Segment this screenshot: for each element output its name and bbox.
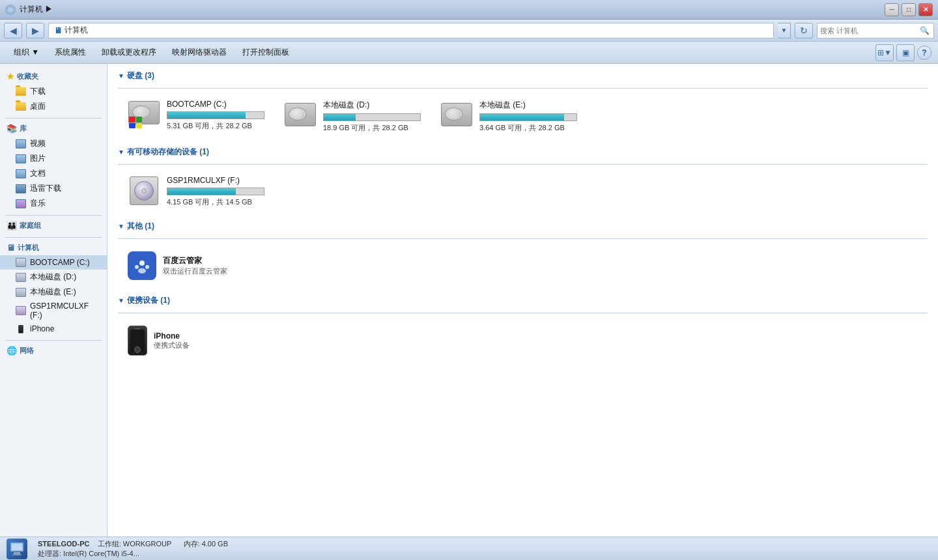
other-items: 百度云管家 双击运行百度云管家 [118, 247, 928, 285]
status-bar: STEELGOD-PC 工作组: WORKGROUP 内存: 4.00 GB 处… [0, 537, 938, 560]
status-computer-name: STEELGOD-PC 工作组: WORKGROUP 内存: 4.00 GB [38, 539, 228, 549]
computer-nav-icon: 🖥 [7, 243, 15, 253]
portable-triangle: ▼ [118, 297, 124, 304]
sidebar-item-videos[interactable]: 视频 [0, 136, 107, 151]
minimize-button[interactable]: ─ [885, 3, 899, 16]
other-title: 其他 (1) [127, 221, 154, 232]
search-icon[interactable]: 🔍 [918, 24, 931, 37]
sidebar-thunder-label: 迅雷下载 [30, 183, 61, 194]
portable-item-iphone[interactable]: iPhone 便携式设备 [124, 321, 928, 360]
sidebar-gsp-label: GSP1RMCULXF (F:) [30, 301, 100, 320]
maximize-button[interactable]: □ [902, 3, 916, 16]
address-bar: ◀ ▶ 🖥 计算机 ▼ ↻ 🔍 [0, 20, 938, 42]
iphone-device-icon [128, 326, 147, 356]
bootcamp-icon [16, 257, 26, 268]
other-item-baidu[interactable]: 百度云管家 双击运行百度云管家 [124, 247, 928, 285]
search-box: 🔍 [817, 23, 934, 38]
iphone-device-desc: 便携式设备 [154, 341, 190, 350]
svg-point-2 [145, 265, 149, 269]
view-toggle-button[interactable]: ⊞▼ [875, 44, 894, 61]
hard-disks-divider [118, 88, 928, 89]
bootcamp-bar-container [167, 111, 264, 119]
uninstall-button[interactable]: 卸载或更改程序 [94, 44, 163, 61]
local-d-bar-container [323, 113, 421, 121]
drive-item-gsp[interactable]: GSP1RMCULXF (F:) 4.15 GB 可用，共 14.5 GB [124, 173, 274, 210]
bootcamp-drive-icon [128, 100, 160, 130]
sidebar-item-desktop[interactable]: 桌面 [0, 99, 107, 114]
sidebar-downloads-label: 下载 [30, 86, 46, 97]
baidu-name: 百度云管家 [163, 255, 227, 266]
refresh-button[interactable]: ↻ [795, 23, 813, 38]
preview-pane-button[interactable]: ▣ [896, 44, 915, 61]
close-button[interactable]: ✕ [918, 3, 933, 16]
sidebar-item-bootcamp[interactable]: BOOTCAMP (C:) [0, 255, 107, 270]
search-input[interactable] [820, 27, 918, 35]
address-dropdown[interactable]: ▼ [778, 23, 791, 38]
downloads-icon [16, 87, 26, 97]
status-processor: 处理器: Intel(R) Core(TM) i5-4... [38, 549, 228, 559]
iphone-device-name: iPhone [154, 331, 190, 341]
organize-button[interactable]: 组织 ▼ [7, 44, 46, 61]
bootcamp-drive-name: BOOTCAMP (C:) [167, 100, 271, 109]
local-e-bar-fill [480, 114, 564, 120]
sidebar-network-header: 🌐 网络 [0, 343, 107, 358]
sidebar-item-documents[interactable]: 文档 [0, 166, 107, 181]
svg-point-0 [139, 260, 145, 266]
sidebar-local-e-label: 本地磁盘 (E:) [30, 287, 76, 298]
local-d-icon [16, 272, 26, 283]
drive-item-local-d[interactable]: 本地磁盘 (D:) 18.9 GB 可用，共 28.2 GB [281, 96, 431, 136]
svg-rect-6 [14, 552, 20, 554]
gsp-drive-info: GSP1RMCULXF (F:) 4.15 GB 可用，共 14.5 GB [167, 176, 271, 207]
bootcamp-drive-info: BOOTCAMP (C:) 5.31 GB 可用，共 28.2 GB [167, 100, 271, 131]
sidebar-library-label: 库 [20, 124, 27, 133]
status-computer-icon [7, 539, 27, 559]
drive-item-bootcamp[interactable]: BOOTCAMP (C:) 5.31 GB 可用，共 28.2 GB [124, 96, 274, 136]
open-control-panel-button[interactable]: 打开控制面板 [235, 44, 296, 61]
sidebar-homegroup-header: 👪 家庭组 [0, 218, 107, 233]
bootcamp-size-text: 5.31 GB 可用，共 28.2 GB [167, 121, 271, 131]
videos-icon [16, 139, 26, 149]
hard-disks-section-title[interactable]: ▼ 硬盘 (3) [118, 70, 928, 81]
address-path: 计算机 [64, 25, 88, 36]
baidu-desc: 双击运行百度云管家 [163, 266, 227, 276]
sidebar-item-pictures[interactable]: 图片 [0, 151, 107, 166]
local-e-bar-container [479, 113, 577, 121]
map-drive-button[interactable]: 映射网络驱动器 [165, 44, 234, 61]
sidebar-separator-3 [5, 237, 102, 238]
other-section-title[interactable]: ▼ 其他 (1) [118, 221, 928, 232]
sidebar-item-gsp[interactable]: GSP1RMCULXF (F:) [0, 300, 107, 322]
sidebar-item-local-e[interactable]: 本地磁盘 (E:) [0, 285, 107, 300]
back-button[interactable]: ◀ [4, 23, 22, 38]
thunder-icon [16, 184, 26, 194]
other-triangle: ▼ [118, 223, 124, 230]
portable-section-title[interactable]: ▼ 便携设备 (1) [118, 295, 928, 306]
sidebar-item-iphone[interactable]: iPhone [0, 322, 107, 336]
help-button[interactable]: ? [917, 46, 931, 60]
iphone-device-info: iPhone 便携式设备 [154, 331, 190, 350]
removable-section-title[interactable]: ▼ 有可移动存储的设备 (1) [118, 147, 928, 158]
sidebar-item-downloads[interactable]: 下载 [0, 84, 107, 99]
status-info: STEELGOD-PC 工作组: WORKGROUP 内存: 4.00 GB 处… [38, 539, 228, 559]
sidebar-section-computer: 🖥 计算机 BOOTCAMP (C:) 本地磁盘 (D:) 本地磁盘 (E:) … [0, 240, 107, 336]
sidebar-item-music[interactable]: 音乐 [0, 196, 107, 211]
star-icon: ★ [7, 72, 14, 81]
other-divider [118, 238, 928, 239]
hard-disks-title: 硬盘 (3) [127, 70, 154, 81]
library-icon: 📚 [7, 124, 17, 133]
sidebar-section-library: 📚 库 视频 图片 文档 迅雷下载 音乐 [0, 121, 107, 211]
address-input[interactable]: 🖥 计算机 [48, 23, 774, 38]
forward-button[interactable]: ▶ [26, 23, 44, 38]
bootcamp-bar-fill [167, 112, 246, 119]
svg-rect-5 [12, 544, 22, 550]
portable-items: iPhone 便携式设备 [118, 321, 928, 360]
desktop-icon [16, 102, 26, 112]
sidebar-item-local-d[interactable]: 本地磁盘 (D:) [0, 270, 107, 285]
local-e-drive-icon [440, 100, 473, 130]
drive-item-local-e[interactable]: 本地磁盘 (E:) 3.64 GB 可用，共 28.2 GB [437, 96, 587, 136]
system-properties-button[interactable]: 系统属性 [48, 44, 93, 61]
local-d-drive-icon [284, 100, 317, 130]
main-layout: ★ 收藏夹 下载 桌面 📚 库 [0, 64, 938, 537]
title-bar: 计算机 ▶ ─ □ ✕ [0, 0, 938, 20]
sidebar-item-thunder[interactable]: 迅雷下载 [0, 181, 107, 196]
removable-triangle: ▼ [118, 148, 124, 156]
